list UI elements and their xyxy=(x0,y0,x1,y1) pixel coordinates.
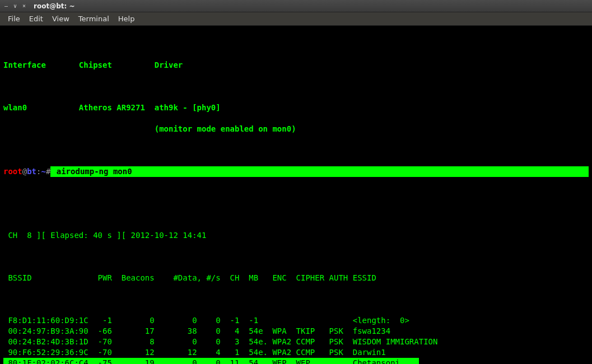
table-row: F8:D1:11:60:D9:1C -1 0 0 0 -1 -1 <length… xyxy=(3,315,589,326)
menu-file[interactable]: File xyxy=(3,15,25,23)
table-row: 00:24:B2:4D:3B:1D -70 8 0 0 3 54e. WPA2 … xyxy=(3,337,589,347)
table-header: BSSID PWR Beacons #Data, #/s CH MB ENC C… xyxy=(3,273,589,283)
close-button[interactable]: × xyxy=(20,2,28,10)
terminal-output[interactable]: Interface Chipset Driver wlan0 Atheros A… xyxy=(0,26,592,364)
menu-edit[interactable]: Edit xyxy=(25,15,48,23)
prompt-path: ~ xyxy=(41,166,45,177)
table-row: 00:24:97:B9:3A:90 -66 17 38 0 4 54e WPA … xyxy=(3,326,589,337)
status-line: CH 8 ][ Elapsed: 40 s ][ 2012-10-12 14:4… xyxy=(3,230,589,241)
prompt-user: root xyxy=(3,166,22,177)
table-row: 80:1F:02:02:6C:C4 -75 19 0 0 11 54 WEP W… xyxy=(3,358,589,364)
menubar: File Edit View Terminal Help xyxy=(0,12,592,26)
menu-view[interactable]: View xyxy=(48,15,74,23)
maximize-button[interactable]: ∨ xyxy=(11,2,19,10)
table-row: 90:F6:52:29:36:9C -70 12 12 4 1 54e. WPA… xyxy=(3,347,589,358)
interface-header: Interface Chipset Driver xyxy=(3,60,589,71)
wlan-info-1: wlan0 Atheros AR9271 ath9k - [phy0] xyxy=(3,102,589,113)
menu-terminal[interactable]: Terminal xyxy=(74,15,114,23)
prompt-colon: : xyxy=(36,166,41,177)
prompt-at: @ xyxy=(22,166,27,177)
minimize-button[interactable]: — xyxy=(2,2,10,10)
command-input[interactable]: airodump-ng mon0 xyxy=(50,166,589,177)
titlebar: — ∨ × root@bt: ~ xyxy=(0,0,592,12)
prompt-host: bt xyxy=(27,166,36,177)
prompt-hash: # xyxy=(46,166,50,177)
prompt-line: root@bt:~# airodump-ng mon0 xyxy=(3,166,589,177)
wlan-info-2: (monitor mode enabled on mon0) xyxy=(3,124,589,134)
window-title: root@bt: ~ xyxy=(34,2,75,10)
menu-help[interactable]: Help xyxy=(114,15,139,23)
table-row-highlighted: 80:1F:02:02:6C:C4 -75 19 0 0 11 54 WEP W… xyxy=(3,358,419,364)
